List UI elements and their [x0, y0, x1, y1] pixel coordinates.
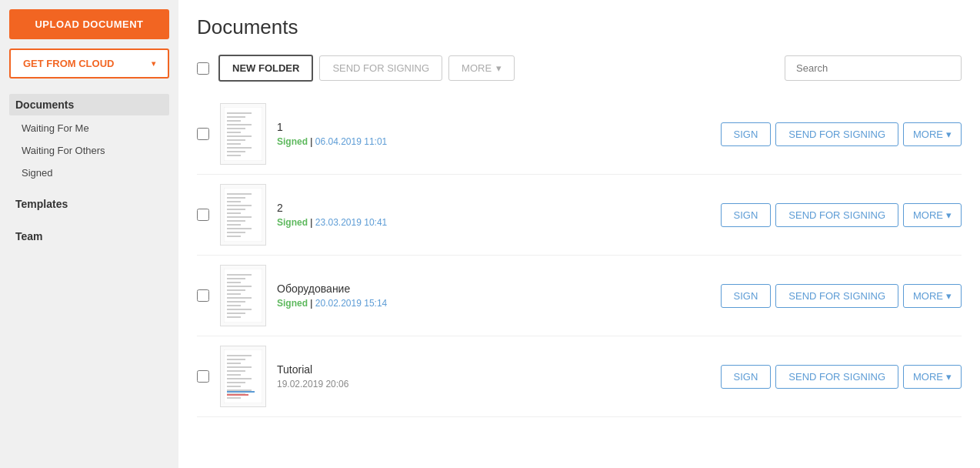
more-doc-button[interactable]: MORE ▾ [903, 365, 962, 389]
search-input[interactable] [785, 55, 962, 81]
more-doc-label: MORE [913, 209, 943, 221]
document-name: Tutorial [277, 363, 710, 376]
main-content: Documents NEW FOLDER SEND FOR SIGNING MO… [178, 0, 980, 468]
status-separator: | [310, 217, 312, 228]
more-doc-label: MORE [913, 371, 943, 383]
sidebar-item-waiting-for-me[interactable]: Waiting For Me [9, 119, 169, 138]
more-doc-label: MORE [913, 129, 943, 140]
document-actions: SIGN SEND FOR SIGNING MORE ▾ [721, 365, 962, 389]
document-name: Оборудование [277, 282, 710, 295]
new-folder-button[interactable]: NEW FOLDER [218, 55, 313, 82]
table-row: 2 Signed | 23.03.2019 10:41 SIGN SEND FO… [197, 175, 962, 256]
table-row: Оборудование Signed | 20.02.2019 15:14 S… [197, 256, 962, 336]
document-status: Signed | 06.04.2019 11:01 [277, 136, 710, 147]
document-list: 1 Signed | 06.04.2019 11:01 SIGN SEND FO… [197, 94, 962, 417]
sidebar-item-signed[interactable]: Signed [9, 163, 169, 182]
sign-button[interactable]: SIGN [721, 284, 772, 308]
send-for-signing-doc-button[interactable]: SEND FOR SIGNING [775, 203, 898, 227]
document-thumbnail [220, 346, 266, 407]
sidebar-item-templates[interactable]: Templates [9, 193, 169, 215]
row-checkbox[interactable] [197, 289, 209, 302]
svg-rect-0 [224, 107, 262, 161]
sign-button[interactable]: SIGN [721, 365, 772, 389]
send-for-signing-button[interactable]: SEND FOR SIGNING [319, 55, 442, 81]
document-thumbnail [220, 265, 266, 326]
more-doc-button[interactable]: MORE ▾ [903, 203, 962, 227]
document-actions: SIGN SEND FOR SIGNING MORE ▾ [721, 284, 962, 308]
row-checkbox[interactable] [197, 209, 209, 221]
document-actions: SIGN SEND FOR SIGNING MORE ▾ [721, 122, 962, 146]
sidebar-item-waiting-for-others[interactable]: Waiting For Others [9, 141, 169, 160]
document-name: 1 [277, 121, 710, 133]
more-doc-arrow-icon: ▾ [946, 290, 952, 302]
more-toolbar-button[interactable]: MORE ▾ [448, 55, 515, 81]
document-status: Signed | 20.02.2019 15:14 [277, 298, 710, 309]
more-doc-arrow-icon: ▾ [946, 371, 952, 383]
table-row: Tutorial 19.02.2019 20:06 SIGN SEND FOR … [197, 336, 962, 417]
status-separator: | [310, 136, 312, 147]
cloud-button-label: GET FROM CLOUD [23, 58, 114, 69]
send-for-signing-doc-button[interactable]: SEND FOR SIGNING [775, 284, 898, 308]
status-date: 20.02.2019 15:14 [315, 298, 387, 309]
page-title: Documents [197, 15, 962, 39]
document-info: Оборудование Signed | 20.02.2019 15:14 [277, 282, 710, 309]
more-toolbar-label: MORE [462, 62, 492, 74]
status-date: 23.03.2019 10:41 [315, 217, 387, 228]
status-separator: | [310, 298, 312, 309]
more-doc-button[interactable]: MORE ▾ [903, 122, 962, 146]
status-signed-label: Signed [277, 136, 308, 147]
get-from-cloud-button[interactable]: GET FROM CLOUD ▾ [9, 48, 169, 79]
send-for-signing-doc-button[interactable]: SEND FOR SIGNING [775, 122, 898, 146]
document-info: Tutorial 19.02.2019 20:06 [277, 363, 710, 389]
more-toolbar-arrow-icon: ▾ [496, 62, 502, 74]
row-checkbox[interactable] [197, 128, 209, 140]
document-info: 1 Signed | 06.04.2019 11:01 [277, 121, 710, 147]
status-date: 06.04.2019 11:01 [315, 136, 387, 147]
document-thumbnail [220, 103, 266, 165]
more-doc-arrow-icon: ▾ [946, 209, 952, 221]
document-info: 2 Signed | 23.03.2019 10:41 [277, 202, 710, 228]
sign-button[interactable]: SIGN [721, 203, 772, 227]
select-all-checkbox[interactable] [197, 62, 209, 75]
sign-button[interactable]: SIGN [721, 122, 772, 146]
more-doc-button[interactable]: MORE ▾ [903, 284, 962, 308]
status-signed-label: Signed [277, 217, 308, 228]
document-name: 2 [277, 202, 710, 214]
document-status: Signed | 23.03.2019 10:41 [277, 217, 710, 228]
status-date: 19.02.2019 20:06 [277, 379, 348, 389]
sidebar-item-team[interactable]: Team [9, 226, 169, 247]
status-signed-label: Signed [277, 298, 308, 309]
cloud-arrow-icon: ▾ [152, 59, 155, 68]
document-thumbnail [220, 184, 266, 246]
table-row: 1 Signed | 06.04.2019 11:01 SIGN SEND FO… [197, 94, 962, 175]
send-for-signing-doc-button[interactable]: SEND FOR SIGNING [775, 365, 898, 389]
sidebar: UPLOAD DOCUMENT GET FROM CLOUD ▾ Documen… [0, 0, 178, 468]
sidebar-item-documents[interactable]: Documents [9, 94, 169, 115]
document-status: 19.02.2019 20:06 [277, 379, 710, 389]
more-doc-arrow-icon: ▾ [946, 129, 952, 140]
upload-document-button[interactable]: UPLOAD DOCUMENT [9, 9, 169, 39]
svg-rect-13 [224, 188, 262, 242]
row-checkbox[interactable] [197, 370, 209, 383]
svg-rect-26 [224, 269, 262, 323]
document-actions: SIGN SEND FOR SIGNING MORE ▾ [721, 203, 962, 227]
more-doc-label: MORE [913, 290, 943, 302]
toolbar: NEW FOLDER SEND FOR SIGNING MORE ▾ [197, 55, 962, 82]
